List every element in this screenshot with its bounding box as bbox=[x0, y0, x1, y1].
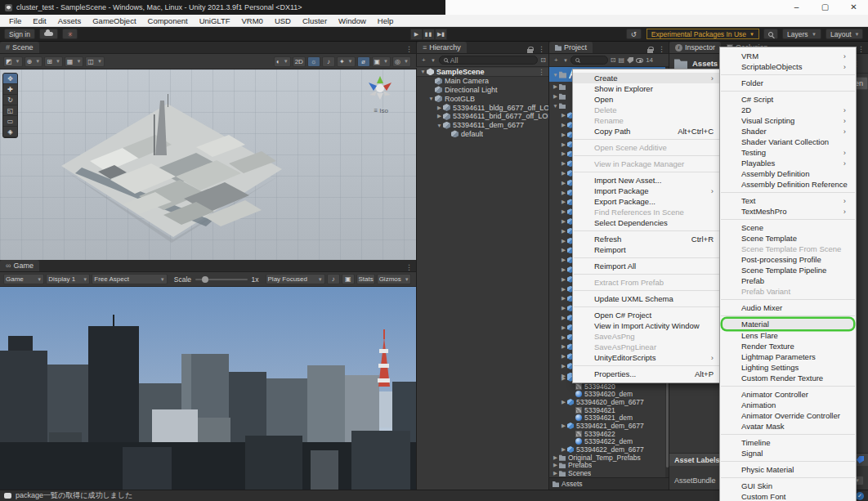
menu-item-shader[interactable]: Shader› bbox=[720, 126, 856, 136]
menu-component[interactable]: Component bbox=[142, 16, 194, 25]
background-tasks-icon[interactable]: ✓ bbox=[856, 492, 864, 500]
draw-mode-button[interactable]: ◐▼ bbox=[274, 56, 291, 67]
menu-gameobject[interactable]: GameObject bbox=[87, 16, 141, 25]
menu-edit[interactable]: Edit bbox=[27, 16, 51, 25]
menu-vrm0[interactable]: VRM0 bbox=[236, 16, 269, 25]
menu-item-scene[interactable]: Scene bbox=[720, 222, 856, 233]
display-dropdown[interactable]: Display 1▼ bbox=[46, 274, 90, 284]
expand-arrow-icon[interactable]: ▶ bbox=[436, 113, 443, 119]
2d-toggle[interactable]: 2D bbox=[293, 56, 306, 67]
hand-tool[interactable]: ✥ bbox=[3, 74, 17, 84]
menu-assets[interactable]: Assets bbox=[52, 16, 87, 25]
expand-arrow-icon[interactable]: ▶ bbox=[560, 112, 567, 119]
expand-arrow-icon[interactable]: ▶ bbox=[560, 423, 567, 429]
menu-item-show-in-explorer[interactable]: Show in Explorer bbox=[573, 83, 723, 94]
menu-item-open[interactable]: Open bbox=[573, 94, 723, 105]
scene-viewport[interactable]: ✥✚↻◱▭◈ ≡ Iso bbox=[0, 69, 416, 260]
menu-item-copy-path[interactable]: Copy PathAlt+Ctrl+C bbox=[573, 126, 723, 136]
game-gizmos-dropdown[interactable]: Gizmos▼ bbox=[377, 274, 411, 284]
expand-arrow-icon[interactable]: ▶ bbox=[560, 399, 567, 405]
aspect-dropdown[interactable]: Free Aspect▼ bbox=[92, 274, 168, 284]
gizmos-menu-button[interactable]: ◎▼ bbox=[392, 56, 411, 67]
minimize-button[interactable]: – bbox=[782, 0, 811, 15]
add-button[interactable]: + ▼ bbox=[422, 56, 436, 64]
tab-scene[interactable]: # Scene bbox=[0, 42, 39, 53]
expand-arrow-icon[interactable]: ▶ bbox=[560, 132, 567, 138]
menu-item-import-package[interactable]: Import Package› bbox=[573, 186, 723, 196]
hierarchy-search-input[interactable]: All bbox=[439, 56, 538, 65]
play-focused-dropdown[interactable]: Play Focused▼ bbox=[266, 274, 325, 284]
tree-item-53394622[interactable]: 53394622 bbox=[549, 430, 669, 438]
tree-item-prefabs[interactable]: ▶Prefabs bbox=[549, 462, 669, 470]
menu-item-material[interactable]: Material bbox=[723, 319, 853, 329]
maximize-button[interactable]: ▢ bbox=[811, 0, 839, 15]
expand-arrow-icon[interactable]: ▶ bbox=[552, 83, 559, 90]
scale-slider-knob[interactable] bbox=[202, 276, 208, 283]
menu-item-lens-flare[interactable]: Lens Flare bbox=[720, 330, 856, 341]
tab-game[interactable]: ∞ Game bbox=[0, 260, 39, 271]
hidden-packages-eye-icon[interactable] bbox=[636, 58, 643, 63]
expand-arrow-icon[interactable]: ▶ bbox=[560, 286, 567, 293]
expand-arrow-icon[interactable]: ▶ bbox=[560, 375, 567, 382]
menu-item-c-script[interactable]: C# Script bbox=[720, 94, 856, 105]
tree-item-53394620-dem[interactable]: 53394620_dem bbox=[549, 390, 669, 398]
audio-toggle[interactable]: ♪ bbox=[322, 56, 335, 67]
expand-arrow-icon[interactable]: ▶ bbox=[560, 363, 567, 369]
menu-item-properties[interactable]: Properties...Alt+P bbox=[573, 369, 723, 379]
expand-arrow-icon[interactable]: ▼ bbox=[552, 72, 559, 78]
tree-item-53394620-dem-6677[interactable]: ▶53394620_dem_6677 bbox=[549, 398, 669, 406]
menu-item-update-uxml-schema[interactable]: Update UXML Schema bbox=[573, 293, 723, 304]
scale-slider[interactable] bbox=[195, 279, 247, 280]
expand-arrow-icon[interactable]: ▼ bbox=[419, 69, 427, 74]
menu-item-shader-variant-collection[interactable]: Shader Variant Collection bbox=[720, 136, 856, 147]
tree-item-53394621[interactable]: 53394621 bbox=[549, 406, 669, 414]
project-search-input[interactable] bbox=[570, 56, 608, 65]
menu-item-prefab[interactable]: Prefab bbox=[720, 275, 856, 286]
menu-item-assembly-definition[interactable]: Assembly Definition bbox=[720, 168, 856, 179]
expand-arrow-icon[interactable]: ▶ bbox=[560, 122, 567, 128]
sign-in-button[interactable]: Sign in bbox=[4, 29, 35, 39]
tree-item-53394611-brid-6677-off-lod1[interactable]: ▶53394611_brid_6677_off_LOD1 bbox=[417, 112, 548, 121]
menu-item-import-new-asset[interactable]: Import New Asset... bbox=[573, 175, 723, 186]
menu-item-custom-font[interactable]: Custom Font bbox=[720, 491, 856, 501]
tree-item-rootglb[interactable]: ▼RootGLB bbox=[417, 94, 548, 103]
tag-icon[interactable] bbox=[857, 456, 864, 463]
tree-item-original-temp-prefabs[interactable]: ▶Original_Temp_Prefabs bbox=[549, 454, 669, 462]
label-tag-icon[interactable] bbox=[627, 57, 633, 64]
expand-arrow-icon[interactable]: ▶ bbox=[560, 141, 567, 148]
shading-mode-button[interactable]: ◩▼ bbox=[3, 56, 23, 67]
menu-item-lighting-settings[interactable]: Lighting Settings bbox=[720, 362, 856, 373]
tree-item-main-camera[interactable]: Main Camera bbox=[417, 77, 548, 86]
menu-window[interactable]: Window bbox=[333, 16, 372, 25]
menu-item-select-dependencies[interactable]: Select Dependencies bbox=[573, 217, 723, 228]
camera-preview-button[interactable]: ▣▼ bbox=[372, 56, 391, 67]
menu-item-reimport[interactable]: Reimport bbox=[573, 244, 723, 255]
scene-orientation-gizmo[interactable] bbox=[364, 74, 396, 102]
menu-item-scene-template[interactable]: Scene Template bbox=[720, 233, 856, 244]
tab-project[interactable]: Project bbox=[549, 42, 593, 53]
lock-icon[interactable] bbox=[647, 49, 653, 53]
menu-item-reimport-all[interactable]: Reimport All bbox=[573, 261, 723, 271]
layers-dropdown[interactable]: Layers▼ bbox=[782, 29, 821, 39]
expand-arrow-icon[interactable]: ▶ bbox=[552, 462, 559, 468]
scale-tool[interactable]: ◱ bbox=[3, 105, 17, 116]
step-button[interactable]: ▶▮ bbox=[435, 29, 447, 40]
menu-usd[interactable]: USD bbox=[269, 16, 297, 25]
expand-arrow-icon[interactable]: ▶ bbox=[560, 160, 567, 167]
package-icon[interactable]: ▤ bbox=[619, 56, 625, 64]
cloud-button[interactable] bbox=[39, 29, 58, 39]
expand-arrow-icon[interactable]: ▶ bbox=[560, 266, 567, 273]
menu-item-custom-render-texture[interactable]: Custom Render Texture bbox=[720, 373, 856, 383]
expand-arrow-icon[interactable]: ▼ bbox=[552, 103, 559, 109]
menu-cluster[interactable]: Cluster bbox=[297, 16, 333, 25]
undo-history-button[interactable]: ↺ bbox=[626, 29, 642, 39]
projection-mode-label[interactable]: ≡ Iso bbox=[374, 107, 388, 114]
menu-item-text[interactable]: Text› bbox=[720, 195, 856, 206]
expand-arrow-icon[interactable]: ▶ bbox=[560, 199, 567, 205]
menu-item-signal[interactable]: Signal bbox=[720, 448, 856, 459]
menu-item-animation[interactable]: Animation bbox=[720, 400, 856, 410]
snap-settings-button[interactable]: ▦▼ bbox=[65, 56, 84, 67]
menu-item-scriptableobjects[interactable]: ScriptableObjects› bbox=[720, 61, 856, 72]
menu-item-refresh[interactable]: RefreshCtrl+R bbox=[573, 234, 723, 244]
menu-item-create[interactable]: Create› bbox=[573, 73, 723, 83]
